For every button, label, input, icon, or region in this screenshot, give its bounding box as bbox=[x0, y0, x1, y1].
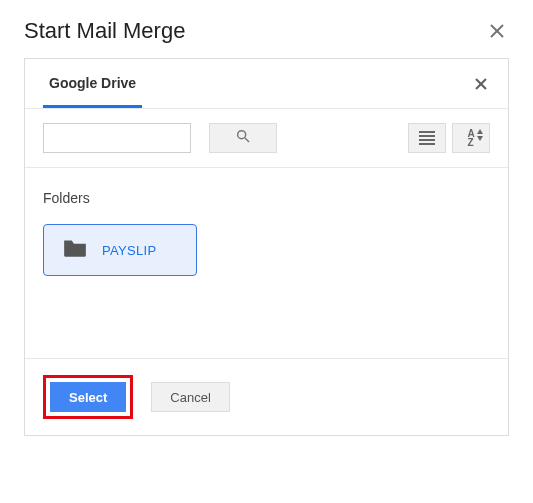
cancel-button[interactable]: Cancel bbox=[151, 382, 229, 412]
svg-point-4 bbox=[238, 131, 246, 139]
tab-google-drive[interactable]: Google Drive bbox=[43, 59, 142, 108]
svg-line-5 bbox=[245, 138, 249, 142]
select-button-highlight: Select bbox=[43, 375, 133, 419]
folder-icon bbox=[62, 237, 88, 263]
picker-close-icon[interactable] bbox=[472, 75, 490, 93]
dialog-title: Start Mail Merge bbox=[24, 18, 185, 44]
sort-icon: AZ bbox=[467, 129, 474, 147]
folder-item-payslip[interactable]: PAYSLIP bbox=[43, 224, 197, 276]
picker-tabs: Google Drive bbox=[43, 59, 142, 108]
cancel-button-label: Cancel bbox=[170, 390, 210, 405]
folder-name: PAYSLIP bbox=[102, 243, 156, 258]
sort-az-button[interactable]: AZ bbox=[452, 123, 490, 153]
search-input[interactable] bbox=[43, 123, 191, 153]
picker-tabbar: Google Drive bbox=[25, 59, 508, 109]
picker-body: Folders PAYSLIP bbox=[25, 168, 508, 358]
svg-marker-6 bbox=[477, 129, 483, 134]
svg-marker-7 bbox=[477, 136, 483, 141]
list-icon bbox=[419, 131, 435, 145]
dialog-header: Start Mail Merge bbox=[0, 0, 533, 58]
search-button[interactable] bbox=[209, 123, 277, 153]
folders-section-label: Folders bbox=[43, 190, 490, 206]
picker-toolbar: AZ bbox=[25, 109, 508, 168]
select-button-label: Select bbox=[69, 390, 107, 405]
picker-footer: Select Cancel bbox=[25, 358, 508, 435]
select-button[interactable]: Select bbox=[50, 382, 126, 412]
list-view-button[interactable] bbox=[408, 123, 446, 153]
drive-picker-panel: Google Drive AZ bbox=[24, 58, 509, 436]
close-icon[interactable] bbox=[485, 19, 509, 43]
tab-label: Google Drive bbox=[49, 75, 136, 91]
search-icon bbox=[235, 128, 251, 148]
